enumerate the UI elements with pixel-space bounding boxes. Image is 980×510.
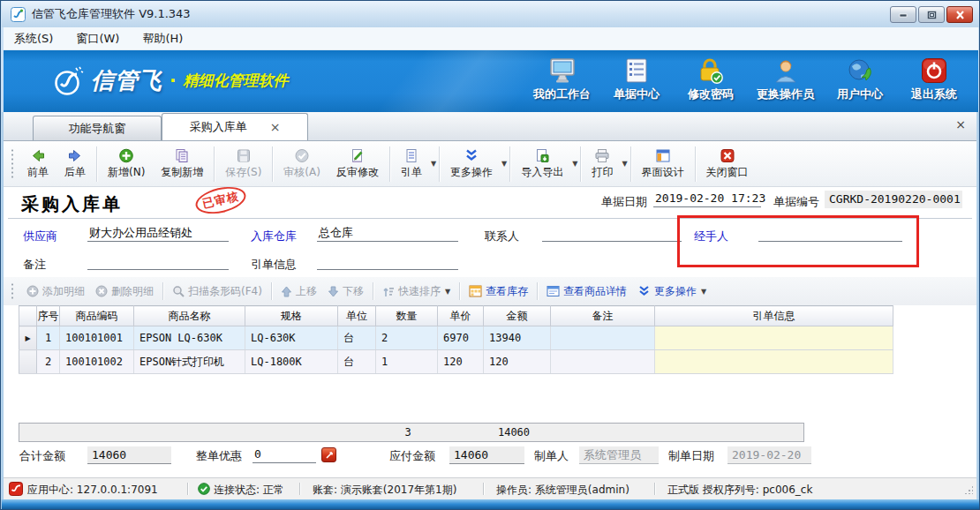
cell-ref[interactable] <box>655 350 893 374</box>
cell-amount[interactable]: 120 <box>484 350 551 374</box>
quick-sort-icon <box>382 286 395 297</box>
arrow-right-icon <box>67 148 83 163</box>
audited-stamp: 已审核 <box>193 183 249 218</box>
cell-code[interactable]: 100101002 <box>60 350 134 374</box>
unaudit-label: 反审修改 <box>336 165 379 180</box>
discount-field[interactable]: 0 <box>253 446 316 463</box>
import-export-button[interactable]: 导入导出 <box>513 146 571 183</box>
add-button[interactable]: 新增(N) <box>100 146 153 183</box>
more-actions-dropdown-icon[interactable]: ▼ <box>501 160 507 168</box>
menu-help[interactable]: 帮助(H) <box>142 31 183 47</box>
ui-design-button[interactable]: 界面设计 <box>634 146 692 183</box>
grid-toolbar-grip[interactable] <box>11 282 14 300</box>
resize-grip[interactable] <box>964 485 973 494</box>
col-ref[interactable]: 引单信息 <box>655 306 893 326</box>
cell-ref[interactable] <box>655 326 893 350</box>
cell-code[interactable]: 100101001 <box>60 326 134 350</box>
view-stock-button[interactable]: 查看库存 <box>464 281 533 302</box>
doc-title: 采购入库单 <box>21 192 123 216</box>
delete-row-button[interactable]: 删除明细 <box>90 281 159 302</box>
cell-unit[interactable]: 台 <box>338 326 376 350</box>
grid-summary-bar: 3 14060 <box>19 423 804 442</box>
cell-remark[interactable] <box>551 326 655 350</box>
tab-nav-panel[interactable]: 功能导航窗 <box>33 116 162 140</box>
view-detail-button[interactable]: 查看商品详情 <box>541 281 632 302</box>
document-center-button[interactable]: 单据中心 <box>608 57 665 102</box>
footer-fields: 合计金额 14060 整单优惠 0 应付金额 14060 制单人 系统管理员 制… <box>4 445 978 473</box>
toolbar-grip[interactable] <box>11 148 14 180</box>
save-button[interactable]: 保存(S) <box>217 146 269 183</box>
grid-row-1[interactable]: ▶ 1 100101001 EPSON LQ-630K LQ-630K 台 2 … <box>19 326 893 350</box>
col-spec[interactable]: 规格 <box>245 306 338 326</box>
prev-doc-button[interactable]: 前单 <box>19 146 57 183</box>
contact-field[interactable] <box>542 225 682 242</box>
change-password-button[interactable]: 修改密码 <box>682 57 739 102</box>
maximize-button[interactable] <box>918 6 945 23</box>
cell-name[interactable]: EPSON针式打印机 <box>134 350 245 374</box>
arrow-left-icon <box>30 148 46 163</box>
ref-doc-button[interactable]: 引单 <box>393 146 430 183</box>
cell-price[interactable]: 120 <box>438 350 484 374</box>
supplier-field[interactable]: 财大办公用品经销处 <box>87 225 229 242</box>
cell-remark[interactable] <box>551 350 655 374</box>
cell-no[interactable]: 2 <box>37 350 60 374</box>
close-window-button[interactable]: 关闭窗口 <box>698 146 757 183</box>
cell-name[interactable]: EPSON LQ-630K <box>134 326 245 350</box>
col-no[interactable]: 序号 <box>37 306 60 326</box>
col-remark[interactable]: 备注 <box>551 306 655 326</box>
menu-system[interactable]: 系统(S) <box>14 31 53 47</box>
user-center-button[interactable]: 用户中心 <box>832 57 888 102</box>
cell-price[interactable]: 6970 <box>438 326 484 350</box>
cell-unit[interactable]: 台 <box>338 350 376 374</box>
ref-dropdown-icon[interactable]: ▼ <box>431 160 436 168</box>
handler-field[interactable] <box>758 225 902 242</box>
cell-amount[interactable]: 13940 <box>484 326 551 350</box>
more-actions-button[interactable]: 更多操作 <box>442 146 501 183</box>
quick-sort-dropdown-icon[interactable]: ▼ <box>445 288 450 296</box>
tabstrip-close-icon[interactable]: × <box>955 117 966 131</box>
col-code[interactable]: 商品编码 <box>60 306 134 326</box>
grid-more-actions-button[interactable]: 更多操作 ▼ <box>632 281 712 302</box>
copy-add-button[interactable]: 复制新增 <box>153 146 211 183</box>
cell-spec[interactable]: LQ-630K <box>245 326 338 350</box>
remark-field[interactable] <box>87 253 229 270</box>
switch-operator-button[interactable]: 更换操作员 <box>757 57 814 102</box>
doc-date-field[interactable]: 2019-02-20 17:23 <box>653 191 761 207</box>
move-down-button[interactable]: 下移 <box>322 281 369 302</box>
cell-qty[interactable]: 1 <box>376 350 438 374</box>
next-doc-label: 后单 <box>64 165 86 180</box>
close-button[interactable] <box>946 6 973 23</box>
scan-barcode-button[interactable]: 扫描条形码(F4) <box>167 281 268 302</box>
col-price[interactable]: 单价 <box>438 306 484 326</box>
grid-row-2[interactable]: 2 100101002 EPSON针式打印机 LQ-1800K 台 1 120 … <box>19 350 893 374</box>
connection-ok-icon <box>198 483 210 495</box>
quick-sort-button[interactable]: 快速排序 ▼ <box>377 281 456 302</box>
warehouse-field[interactable]: 总仓库 <box>317 225 458 242</box>
audit-button[interactable]: 审核(A) <box>275 146 328 183</box>
col-qty[interactable]: 数量 <box>376 306 438 326</box>
col-name[interactable]: 商品名称 <box>134 306 245 326</box>
discount-edit-button[interactable] <box>321 447 336 462</box>
password-lock-icon <box>697 57 725 84</box>
tab-close-icon[interactable]: × <box>270 120 281 134</box>
import-export-dropdown-icon[interactable]: ▼ <box>572 160 577 168</box>
cell-qty[interactable]: 2 <box>376 326 438 350</box>
unaudit-button[interactable]: 反审修改 <box>328 146 387 183</box>
tab-purchase-inbound[interactable]: 采购入库单 × <box>162 113 308 140</box>
ref-info-field[interactable] <box>317 253 458 270</box>
col-amount[interactable]: 金额 <box>484 306 551 326</box>
minimize-button[interactable] <box>890 6 916 23</box>
menu-window[interactable]: 窗口(W) <box>76 31 119 47</box>
workspace-button[interactable]: 我的工作台 <box>533 57 591 102</box>
product-detail-icon <box>547 285 560 297</box>
print-dropdown-icon[interactable]: ▼ <box>622 160 627 168</box>
col-unit[interactable]: 单位 <box>338 306 376 326</box>
exit-system-button[interactable]: 退出系统 <box>906 57 962 102</box>
cell-no[interactable]: 1 <box>37 326 60 350</box>
cell-spec[interactable]: LQ-1800K <box>245 350 338 374</box>
next-doc-button[interactable]: 后单 <box>57 146 94 183</box>
print-button[interactable]: 打印 <box>584 146 621 183</box>
grid-more-dropdown-icon[interactable]: ▼ <box>701 288 706 296</box>
move-up-button[interactable]: 上移 <box>275 281 322 302</box>
add-row-button[interactable]: 添加明细 <box>21 281 90 302</box>
